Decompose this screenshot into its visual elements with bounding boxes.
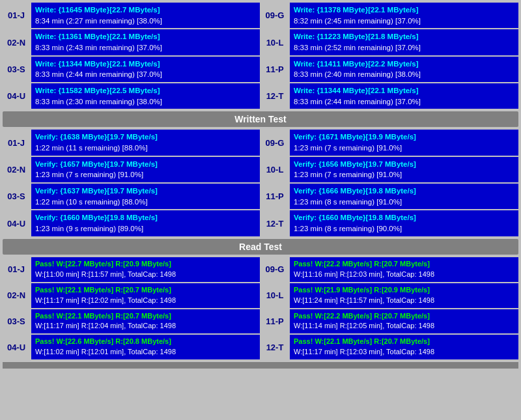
- row-left-0: 01-JVerify: {1638 MByte}[19.7 MByte/s]1:…: [3, 130, 260, 155]
- cell-right-line1-3: Verify: {1660 MByte}[19.8 MByte/s]: [294, 212, 514, 223]
- cell-left-line1-3: Write: {11582 MByte}[22.5 MByte/s]: [35, 85, 256, 96]
- cell-right-line2-0: W:[11:16 min] R:[12:03 min], TotalCap: 1…: [294, 270, 514, 280]
- id-badge-right-0: 09-G: [261, 3, 289, 28]
- verify-section: 01-JVerify: {1638 MByte}[19.7 MByte/s]1:…: [3, 130, 518, 236]
- row-right-1: 10-LWrite: {11223 MByte}[21.8 MByte/s]8:…: [261, 29, 518, 55]
- cell-right-2: Verify: {1666 MByte}[19.8 MByte/s]1:23 m…: [290, 184, 518, 209]
- id-badge-right-3: 12-T: [261, 335, 289, 359]
- cell-left-0: Write: {11645 MByte}[22.7 MByte/s]8:34 m…: [31, 3, 260, 28]
- cell-left-line2-1: 1:23 min (7 s remaining) [91.0%]: [35, 169, 256, 180]
- written-test-header: Written Test: [3, 111, 518, 127]
- data-row-1: 02-NVerify: {1657 MByte}[19.7 MByte/s]1:…: [3, 157, 518, 182]
- cell-left-line2-1: 8:33 min (2:43 min remaining) [37.0%]: [35, 42, 256, 53]
- data-row-2: 03-SVerify: {1637 MByte}[19.7 MByte/s]1:…: [3, 184, 518, 209]
- cell-right-line2-2: 8:33 min (2:40 min remaining) [38.0%]: [294, 69, 514, 80]
- cell-right-2: Write: {11411 MByte}[22.2 MByte/s]8:33 m…: [290, 57, 518, 82]
- cell-left-line1-1: Pass! W:[22.1 MByte/s] R:[20.7 MByte/s]: [35, 285, 256, 296]
- cell-right-line1-2: Pass! W:[22.2 MByte/s] R:[20.7 MByte/s]: [294, 311, 514, 322]
- data-row-1: 02-NWrite: {11361 MByte}[22.1 MByte/s]8:…: [3, 29, 518, 55]
- id-badge-left-0: 01-J: [3, 257, 30, 282]
- cell-left-line1-2: Pass! W:[22.1 MByte/s] R:[20.7 MByte/s]: [35, 311, 256, 322]
- cell-left-line1-2: Verify: {1637 MByte}[19.7 MByte/s]: [35, 186, 256, 197]
- row-left-0: 01-JWrite: {11645 MByte}[22.7 MByte/s]8:…: [3, 3, 260, 28]
- main-container: 01-JWrite: {11645 MByte}[22.7 MByte/s]8:…: [0, 0, 521, 371]
- row-left-1: 02-NVerify: {1657 MByte}[19.7 MByte/s]1:…: [3, 157, 260, 182]
- row-right-1: 10-LVerify: {1656 MByte}[19.7 MByte/s]1:…: [261, 157, 518, 182]
- data-row-2: 03-SWrite: {11344 MByte}[22.1 MByte/s]8:…: [3, 57, 518, 82]
- pass-section: 01-JPass! W:[22.7 MByte/s] R:[20.9 MByte…: [3, 257, 518, 360]
- cell-right-0: Pass! W:[22.2 MByte/s] R:[20.7 MByte/s]W…: [290, 257, 518, 282]
- cell-left-0: Verify: {1638 MByte}[19.7 MByte/s]1:22 m…: [31, 130, 260, 155]
- cell-left-line1-1: Write: {11361 MByte}[22.1 MByte/s]: [35, 31, 256, 42]
- cell-right-1: Write: {11223 MByte}[21.8 MByte/s]8:33 m…: [290, 29, 518, 55]
- cell-left-line2-0: 1:22 min (11 s remaining) [88.0%]: [35, 143, 256, 154]
- cell-right-line2-2: W:[11:14 min] R:[12:05 min], TotalCap: 1…: [294, 321, 514, 331]
- row-right-0: 09-GPass! W:[22.2 MByte/s] R:[20.7 MByte…: [261, 257, 518, 282]
- cell-right-line1-1: Write: {11223 MByte}[21.8 MByte/s]: [294, 31, 514, 42]
- cell-right-1: Pass! W:[21.9 MByte/s] R:[20.9 MByte/s]W…: [290, 283, 518, 308]
- id-badge-left-3: 04-U: [3, 83, 30, 109]
- id-badge-right-2: 11-P: [261, 57, 289, 82]
- cell-left-2: Verify: {1637 MByte}[19.7 MByte/s]1:22 m…: [31, 184, 260, 209]
- id-badge-right-3: 12-T: [261, 83, 289, 109]
- cell-left-3: Pass! W:[22.6 MByte/s] R:[20.8 MByte/s]W…: [31, 335, 260, 359]
- data-row-3: 04-UPass! W:[22.6 MByte/s] R:[20.8 MByte…: [3, 335, 518, 359]
- cell-right-line2-3: W:[11:17 min] R:[12:03 min], TotalCap: 1…: [294, 347, 514, 357]
- cell-right-2: Pass! W:[22.2 MByte/s] R:[20.7 MByte/s]W…: [290, 309, 518, 334]
- id-badge-right-1: 10-L: [261, 157, 289, 182]
- row-left-3: 04-UWrite: {11582 MByte}[22.5 MByte/s]8:…: [3, 83, 260, 109]
- id-badge-right-2: 11-P: [261, 309, 289, 334]
- cell-left-3: Verify: {1660 MByte}[19.8 MByte/s]1:23 m…: [31, 210, 260, 236]
- row-left-0: 01-JPass! W:[22.7 MByte/s] R:[20.9 MByte…: [3, 257, 260, 282]
- id-badge-left-2: 03-S: [3, 309, 30, 334]
- id-badge-left-1: 02-N: [3, 157, 30, 182]
- data-row-0: 01-JWrite: {11645 MByte}[22.7 MByte/s]8:…: [3, 3, 518, 28]
- cell-right-line1-1: Pass! W:[21.9 MByte/s] R:[20.9 MByte/s]: [294, 285, 514, 296]
- row-left-1: 02-NPass! W:[22.1 MByte/s] R:[20.7 MByte…: [3, 283, 260, 308]
- id-badge-left-2: 03-S: [3, 57, 30, 82]
- cell-left-3: Write: {11582 MByte}[22.5 MByte/s]8:33 m…: [31, 83, 260, 109]
- cell-right-0: Verify: {1671 MByte}[19.9 MByte/s]1:23 m…: [290, 130, 518, 155]
- cell-right-line2-1: 1:23 min (7 s remaining) [91.0%]: [294, 169, 514, 180]
- row-left-2: 03-SVerify: {1637 MByte}[19.7 MByte/s]1:…: [3, 184, 260, 209]
- cell-left-line2-3: 1:23 min (9 s remaining) [89.0%]: [35, 223, 256, 234]
- cell-left-line1-0: Pass! W:[22.7 MByte/s] R:[20.9 MByte/s]: [35, 259, 256, 270]
- cell-right-line1-2: Verify: {1666 MByte}[19.8 MByte/s]: [294, 186, 514, 197]
- cell-left-1: Write: {11361 MByte}[22.1 MByte/s]8:33 m…: [31, 29, 260, 55]
- id-badge-left-0: 01-J: [3, 130, 30, 155]
- cell-left-line1-3: Verify: {1660 MByte}[19.8 MByte/s]: [35, 212, 256, 223]
- row-left-3: 04-UPass! W:[22.6 MByte/s] R:[20.8 MByte…: [3, 335, 260, 359]
- id-badge-left-0: 01-J: [3, 3, 30, 28]
- cell-left-line1-3: Pass! W:[22.6 MByte/s] R:[20.8 MByte/s]: [35, 337, 256, 347]
- cell-left-line1-0: Write: {11645 MByte}[22.7 MByte/s]: [35, 5, 256, 16]
- id-badge-left-3: 04-U: [3, 335, 30, 359]
- cell-right-line2-3: 1:23 min (8 s remaining) [90.0%]: [294, 223, 514, 234]
- cell-left-line2-2: 1:22 min (10 s remaining) [88.0%]: [35, 197, 256, 208]
- cell-right-line1-0: Pass! W:[22.2 MByte/s] R:[20.7 MByte/s]: [294, 259, 514, 270]
- cell-right-line1-3: Pass! W:[22.1 MByte/s] R:[20.7 MByte/s]: [294, 337, 514, 347]
- data-row-3: 04-UWrite: {11582 MByte}[22.5 MByte/s]8:…: [3, 83, 518, 109]
- row-right-0: 09-GVerify: {1671 MByte}[19.9 MByte/s]1:…: [261, 130, 518, 155]
- data-row-0: 01-JPass! W:[22.7 MByte/s] R:[20.9 MByte…: [3, 257, 518, 282]
- cell-right-line1-3: Write: {11344 MByte}[22.1 MByte/s]: [294, 85, 514, 96]
- row-left-2: 03-SWrite: {11344 MByte}[22.1 MByte/s]8:…: [3, 57, 260, 82]
- cell-right-line2-0: 8:32 min (2:45 min remaining) [37.0%]: [294, 16, 514, 27]
- cell-right-3: Write: {11344 MByte}[22.1 MByte/s]8:33 m…: [290, 83, 518, 109]
- cell-right-line1-1: Verify: {1656 MByte}[19.7 MByte/s]: [294, 159, 514, 170]
- row-right-2: 11-PPass! W:[22.2 MByte/s] R:[20.7 MByte…: [261, 309, 518, 334]
- cell-right-3: Pass! W:[22.1 MByte/s] R:[20.7 MByte/s]W…: [290, 335, 518, 359]
- cell-left-0: Pass! W:[22.7 MByte/s] R:[20.9 MByte/s]W…: [31, 257, 260, 282]
- id-badge-right-0: 09-G: [261, 130, 289, 155]
- cell-right-line2-3: 8:33 min (2:44 min remaining) [37.0%]: [294, 96, 514, 107]
- write-section: 01-JWrite: {11645 MByte}[22.7 MByte/s]8:…: [3, 3, 518, 109]
- data-row-3: 04-UVerify: {1660 MByte}[19.8 MByte/s]1:…: [3, 210, 518, 236]
- id-badge-right-2: 11-P: [261, 184, 289, 209]
- cell-left-2: Write: {11344 MByte}[22.1 MByte/s]8:33 m…: [31, 57, 260, 82]
- cell-right-line2-1: 8:33 min (2:52 min remaining) [37.0%]: [294, 42, 514, 53]
- row-right-3: 12-TPass! W:[22.1 MByte/s] R:[20.7 MByte…: [261, 335, 518, 359]
- row-left-3: 04-UVerify: {1660 MByte}[19.8 MByte/s]1:…: [3, 210, 260, 236]
- cell-left-line1-2: Write: {11344 MByte}[22.1 MByte/s]: [35, 59, 256, 70]
- id-badge-left-1: 02-N: [3, 283, 30, 308]
- cell-left-line2-2: W:[11:17 min] R:[12:04 min], TotalCap: 1…: [35, 321, 256, 331]
- id-badge-right-1: 10-L: [261, 283, 289, 308]
